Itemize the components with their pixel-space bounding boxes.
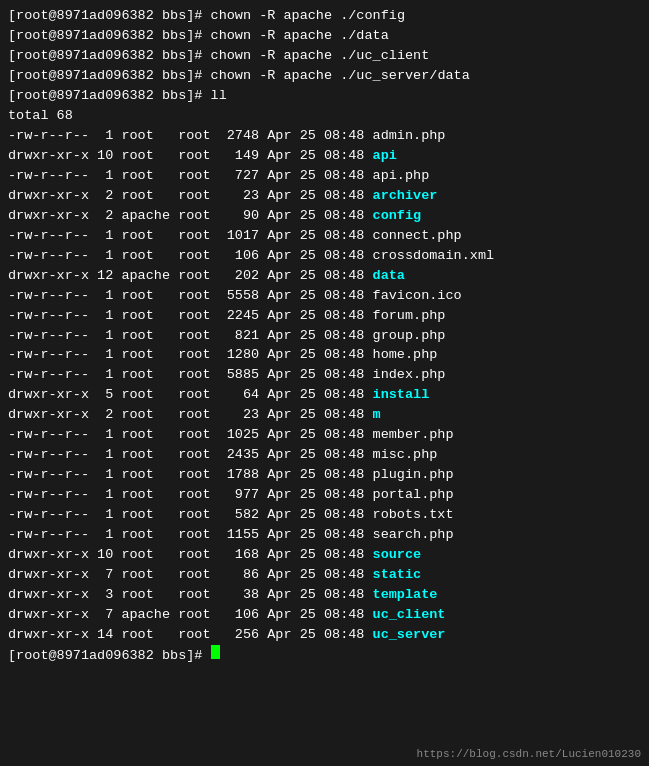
- list-item: drwxr-xr-x 7 apache root 106 Apr 25 08:4…: [8, 605, 641, 625]
- list-item: drwxr-xr-x 10 root root 168 Apr 25 08:48…: [8, 545, 641, 565]
- line-total: total 68: [8, 106, 641, 126]
- list-item: -rw-r--r-- 1 root root 5885 Apr 25 08:48…: [8, 365, 641, 385]
- prompt: [root@8971ad096382 bbs]#: [8, 66, 211, 86]
- prompt: [root@8971ad096382 bbs]#: [8, 86, 211, 106]
- list-item: -rw-r--r-- 1 root root 1788 Apr 25 08:48…: [8, 465, 641, 485]
- terminal: [root@8971ad096382 bbs]# chown -R apache…: [0, 0, 649, 766]
- list-item: drwxr-xr-x 5 root root 64 Apr 25 08:48 i…: [8, 385, 641, 405]
- list-item: drwxr-xr-x 3 root root 38 Apr 25 08:48 t…: [8, 585, 641, 605]
- line-chown-config: [root@8971ad096382 bbs]# chown -R apache…: [8, 6, 641, 26]
- template-dir: template: [373, 585, 438, 605]
- cmd: chown -R apache ./uc_client: [211, 46, 430, 66]
- line-chown-uc-server: [root@8971ad096382 bbs]# chown -R apache…: [8, 66, 641, 86]
- cmd: chown -R apache ./data: [211, 26, 389, 46]
- prompt: [root@8971ad096382 bbs]#: [8, 6, 211, 26]
- cmd: chown -R apache ./uc_server/data: [211, 66, 470, 86]
- list-item: drwxr-xr-x 12 apache root 202 Apr 25 08:…: [8, 266, 641, 286]
- line-chown-uc-client: [root@8971ad096382 bbs]# chown -R apache…: [8, 46, 641, 66]
- list-item: -rw-r--r-- 1 root root 1280 Apr 25 08:48…: [8, 345, 641, 365]
- watermark: https://blog.csdn.net/Lucien010230: [417, 748, 641, 760]
- cursor: [211, 645, 220, 659]
- total-text: total 68: [8, 106, 73, 126]
- list-item: -rw-r--r-- 1 root root 2748 Apr 25 08:48…: [8, 126, 641, 146]
- prompt: [root@8971ad096382 bbs]#: [8, 26, 211, 46]
- list-item: -rw-r--r-- 1 root root 727 Apr 25 08:48 …: [8, 166, 641, 186]
- list-item: drwxr-xr-x 2 root root 23 Apr 25 08:48 m: [8, 405, 641, 425]
- prompt: [root@8971ad096382 bbs]#: [8, 46, 211, 66]
- list-item: -rw-r--r-- 1 root root 5558 Apr 25 08:48…: [8, 286, 641, 306]
- list-item: -rw-r--r-- 1 root root 977 Apr 25 08:48 …: [8, 485, 641, 505]
- list-item: drwxr-xr-x 7 root root 86 Apr 25 08:48 s…: [8, 565, 641, 585]
- list-item: -rw-r--r-- 1 root root 1155 Apr 25 08:48…: [8, 525, 641, 545]
- list-item: drwxr-xr-x 10 root root 149 Apr 25 08:48…: [8, 146, 641, 166]
- list-item: -rw-r--r-- 1 root root 2245 Apr 25 08:48…: [8, 306, 641, 326]
- list-item: -rw-r--r-- 1 root root 1017 Apr 25 08:48…: [8, 226, 641, 246]
- line-final-prompt[interactable]: [root@8971ad096382 bbs]#: [8, 645, 641, 666]
- list-item: drwxr-xr-x 2 root root 23 Apr 25 08:48 a…: [8, 186, 641, 206]
- cmd: ll: [211, 86, 227, 106]
- list-item: drwxr-xr-x 2 apache root 90 Apr 25 08:48…: [8, 206, 641, 226]
- list-item: -rw-r--r-- 1 root root 582 Apr 25 08:48 …: [8, 505, 641, 525]
- final-prompt-text: [root@8971ad096382 bbs]#: [8, 646, 211, 666]
- line-chown-data: [root@8971ad096382 bbs]# chown -R apache…: [8, 26, 641, 46]
- list-item: -rw-r--r-- 1 root root 106 Apr 25 08:48 …: [8, 246, 641, 266]
- list-item: -rw-r--r-- 1 root root 1025 Apr 25 08:48…: [8, 425, 641, 445]
- line-ll-cmd: [root@8971ad096382 bbs]# ll: [8, 86, 641, 106]
- list-item: -rw-r--r-- 1 root root 2435 Apr 25 08:48…: [8, 445, 641, 465]
- list-item: -rw-r--r-- 1 root root 821 Apr 25 08:48 …: [8, 326, 641, 346]
- cmd: chown -R apache ./config: [211, 6, 405, 26]
- list-item: drwxr-xr-x 14 root root 256 Apr 25 08:48…: [8, 625, 641, 645]
